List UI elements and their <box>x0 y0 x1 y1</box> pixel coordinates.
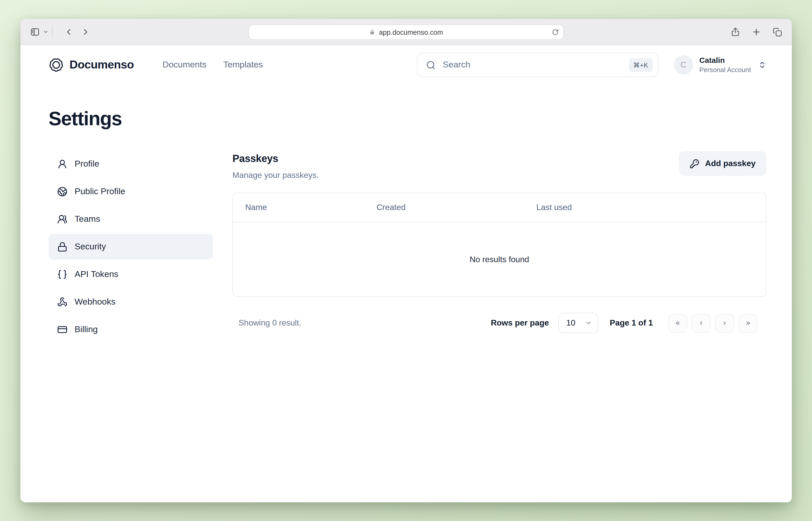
passkeys-table: Name Created Last used No results found <box>232 192 766 297</box>
sidebar-item-public-profile[interactable]: Public Profile <box>49 179 213 204</box>
tab-group-chevron-button[interactable] <box>43 29 49 35</box>
section-subtitle: Manage your passkeys. <box>232 171 319 180</box>
last-page-button[interactable]: » <box>739 314 758 333</box>
back-icon <box>64 27 74 37</box>
chevron-down-icon <box>43 29 49 35</box>
pagination: « ‹ › » <box>668 314 758 333</box>
share-icon <box>730 27 740 37</box>
lock-icon <box>57 242 67 252</box>
table-footer: Showing 0 result. Rows per page 10 Page … <box>232 313 766 333</box>
results-summary: Showing 0 result. <box>232 318 301 327</box>
first-page-button[interactable]: « <box>668 314 687 333</box>
search-input[interactable] <box>442 59 623 70</box>
rows-per-page-value: 10 <box>566 318 576 327</box>
sidebar-item-teams[interactable]: Teams <box>49 206 213 232</box>
toolbar-divider <box>52 26 53 37</box>
section-title: Passkeys <box>232 153 319 164</box>
forward-button[interactable] <box>81 27 90 37</box>
sidebar-item-profile[interactable]: Profile <box>49 151 213 177</box>
new-tab-button[interactable] <box>751 27 761 37</box>
app-content: Documenso Documents Templates ⌘+K C <box>20 45 792 502</box>
page-title: Settings <box>49 108 792 130</box>
browser-window: app.documenso.com <box>20 19 792 502</box>
account-name: Catalin <box>699 56 751 65</box>
add-passkey-label: Add passkey <box>705 159 756 168</box>
sidebar-item-label: Security <box>75 242 106 252</box>
settings-sidebar: Profile Public Profile <box>49 151 213 342</box>
sidebar-item-label: Public Profile <box>75 186 125 197</box>
sidebar-item-api-tokens[interactable]: API Tokens <box>49 262 213 287</box>
reload-button[interactable] <box>552 29 559 36</box>
sidebar-item-label: Webhooks <box>75 297 115 307</box>
column-header-last-used: Last used <box>536 203 766 212</box>
avatar: C <box>674 55 693 75</box>
column-header-name: Name <box>233 203 376 212</box>
sidebar-item-label: API Tokens <box>75 269 118 279</box>
previous-page-button[interactable]: ‹ <box>692 314 711 333</box>
share-button[interactable] <box>730 27 740 37</box>
add-passkey-button[interactable]: Add passkey <box>679 151 766 176</box>
passkeys-panel: Passkeys Manage your passkeys. Add passk… <box>232 151 766 333</box>
reload-icon <box>552 29 559 36</box>
nav-documents[interactable]: Documents <box>162 60 206 70</box>
account-switcher[interactable]: C Catalin Personal Account <box>674 55 766 75</box>
chevrons-up-down-icon <box>758 61 766 69</box>
brand[interactable]: Documenso <box>49 57 134 72</box>
avatar-initial: C <box>680 60 686 69</box>
page-status: Page 1 of 1 <box>610 318 653 327</box>
forward-icon <box>81 27 90 37</box>
sidebar-item-label: Billing <box>75 324 98 335</box>
sidebar-item-label: Teams <box>75 214 100 224</box>
rows-per-page-select[interactable]: 10 <box>558 313 598 333</box>
table-empty-state: No results found <box>233 222 766 296</box>
sidebar-toggle-icon <box>30 27 40 37</box>
back-button[interactable] <box>64 27 74 37</box>
browser-toolbar: app.documenso.com <box>20 19 792 45</box>
webhook-icon <box>57 297 67 307</box>
globe-icon <box>57 186 67 197</box>
chevron-down-icon <box>585 319 592 326</box>
search-icon <box>426 60 436 70</box>
sidebar-toggle-button[interactable] <box>30 27 40 37</box>
search-shortcut-badge: ⌘+K <box>629 58 653 72</box>
nav-templates[interactable]: Templates <box>223 60 263 70</box>
desktop: app.documenso.com <box>0 0 812 521</box>
tabs-icon <box>772 27 782 37</box>
documenso-logo-icon <box>49 57 64 72</box>
app-header: Documenso Documents Templates ⌘+K C <box>20 45 792 77</box>
primary-nav: Documents Templates <box>162 60 263 70</box>
user-icon <box>57 159 67 169</box>
search-bar[interactable]: ⌘+K <box>417 53 658 77</box>
table-header-row: Name Created Last used <box>233 193 766 222</box>
tab-overview-button[interactable] <box>772 27 782 37</box>
credit-card-icon <box>57 324 67 335</box>
sidebar-item-label: Profile <box>75 159 99 169</box>
rows-per-page-label: Rows per page <box>491 318 549 327</box>
tls-lock-icon <box>369 29 375 35</box>
url-text: app.documenso.com <box>379 28 443 36</box>
address-bar[interactable]: app.documenso.com <box>249 25 564 40</box>
sidebar-item-security[interactable]: Security <box>49 234 213 259</box>
sidebar-item-webhooks[interactable]: Webhooks <box>49 289 213 315</box>
sidebar-item-billing[interactable]: Billing <box>49 317 213 342</box>
brand-name: Documenso <box>69 58 134 71</box>
account-type: Personal Account <box>699 66 751 74</box>
column-header-created: Created <box>376 203 536 212</box>
plus-icon <box>751 27 761 37</box>
braces-icon <box>57 269 67 279</box>
users-icon <box>57 214 67 224</box>
next-page-button[interactable]: › <box>715 314 734 333</box>
key-icon <box>690 159 700 168</box>
